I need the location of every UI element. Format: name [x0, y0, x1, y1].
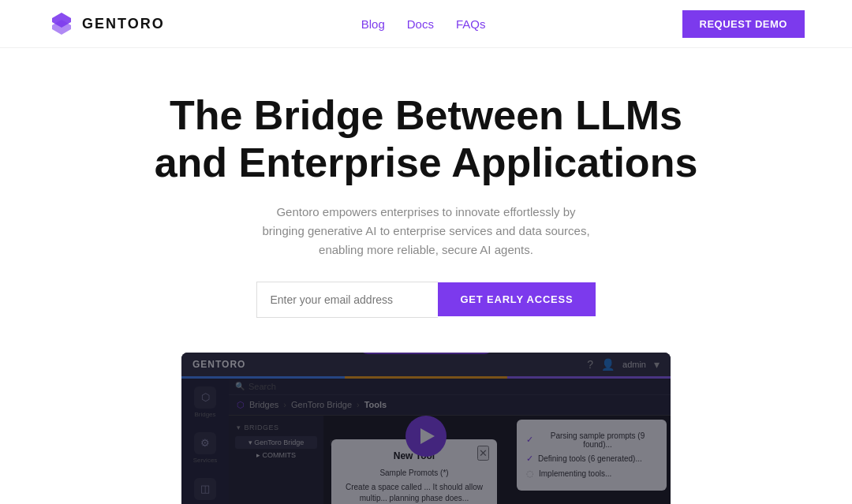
sidebar-item-services[interactable]: ⚙ Services: [193, 432, 218, 464]
breadcrumb-sep2: ›: [357, 400, 360, 409]
breadcrumb-tools: Tools: [364, 400, 387, 409]
app-topbar: GENTORO ? 👤 admin ▾: [181, 353, 671, 376]
checklist-item-2: ✓ Defining tools (6 generated)...: [526, 451, 657, 466]
modal-item-1: Sample Promots (*): [342, 466, 486, 480]
topbar-right: ? 👤 admin ▾: [587, 358, 660, 371]
cta-row: GET EARLY ACCESS: [256, 282, 595, 318]
checklist-panel: ✓ Parsing sample prompts (9 found)... ✓ …: [517, 420, 667, 491]
hero-subtitle: Gentoro empowers enterprises to innovate…: [260, 203, 592, 259]
hero-section: The Bridge Between LLMs and Enterprise A…: [0, 48, 852, 504]
sidebar-item-bridges[interactable]: ⬡ Bridges: [194, 386, 216, 418]
user-icon: 👤: [601, 358, 615, 371]
logo-area: GENTORO: [47, 9, 165, 38]
play-button[interactable]: [405, 416, 447, 457]
main-nav: Blog Docs FAQs: [361, 17, 486, 31]
chevron-down-icon: ▾: [654, 358, 660, 371]
nav-faqs[interactable]: FAQs: [456, 17, 486, 31]
search-placeholder: Search: [248, 382, 276, 391]
app-brand-label: GENTORO: [192, 359, 245, 370]
search-bar: 🔍 Search: [229, 379, 671, 395]
bridges-panel-header: ▾ BRIDGES: [235, 422, 317, 433]
sidebar-item-data[interactable]: ◫ Data: [194, 478, 216, 504]
search-icon: 🔍: [235, 382, 245, 390]
app-sidebar: ⬡ Bridges ⚙ Services ◫ Data 🔒 Privacy: [181, 379, 229, 504]
content-panels: ▾ BRIDGES ▾ GenToro Bridge ▸ COMMITS ···…: [229, 416, 671, 504]
demo-container: GENTORO ? 👤 admin ▾ ⬡ Bridges: [181, 353, 671, 504]
breadcrumb: ⬡ Bridges › GenToro Bridge › Tools: [229, 395, 671, 416]
nav-blog[interactable]: Blog: [361, 17, 385, 31]
hero-title: The Bridge Between LLMs and Enterprise A…: [155, 92, 698, 187]
modal-item-2: Create a space called ... It should allo…: [342, 480, 486, 504]
spinner-icon: ◌: [526, 469, 534, 479]
admin-label: admin: [622, 360, 646, 369]
check-icon-1: ✓: [526, 435, 533, 445]
right-panel: ··· ⊞ + Add ▤ ⊞ Ne: [323, 416, 671, 504]
bridge-breadcrumb-icon: ⬡: [237, 400, 245, 410]
app-main: 🔍 Search ⬡ Bridges › GenToro Bridge › To…: [229, 379, 671, 504]
check-icon-2: ✓: [526, 454, 533, 464]
breadcrumb-sep1: ›: [283, 400, 286, 409]
play-triangle-icon: [420, 428, 435, 444]
nav-docs[interactable]: Docs: [407, 17, 434, 31]
header: GENTORO Blog Docs FAQs REQUEST DEMO: [0, 0, 852, 48]
early-access-button[interactable]: GET EARLY ACCESS: [438, 282, 595, 316]
logo-text: GENTORO: [82, 16, 165, 32]
panel-item-gentoro[interactable]: ▾ GenToro Bridge: [235, 436, 317, 449]
email-input[interactable]: [256, 282, 438, 318]
breadcrumb-bridges: Bridges: [249, 400, 278, 409]
checklist-item-1: ✓ Parsing sample prompts (9 found)...: [526, 429, 657, 451]
modal-close-button[interactable]: ✕: [477, 446, 489, 461]
help-icon: ?: [587, 358, 593, 371]
request-demo-button[interactable]: REQUEST DEMO: [682, 10, 805, 38]
modal-overlay: New Tool ✕ Sample Promots (*) Create a s…: [323, 416, 671, 504]
breadcrumb-gentoro-bridge: GenToro Bridge: [291, 400, 352, 409]
panel-item-commits[interactable]: ▸ COMMITS: [235, 449, 317, 461]
left-panel: ▾ BRIDGES ▾ GenToro Bridge ▸ COMMITS: [229, 416, 323, 504]
checklist-item-3: ◌ Implementing tools...: [526, 466, 657, 481]
gentoro-logo-icon: [47, 9, 76, 38]
